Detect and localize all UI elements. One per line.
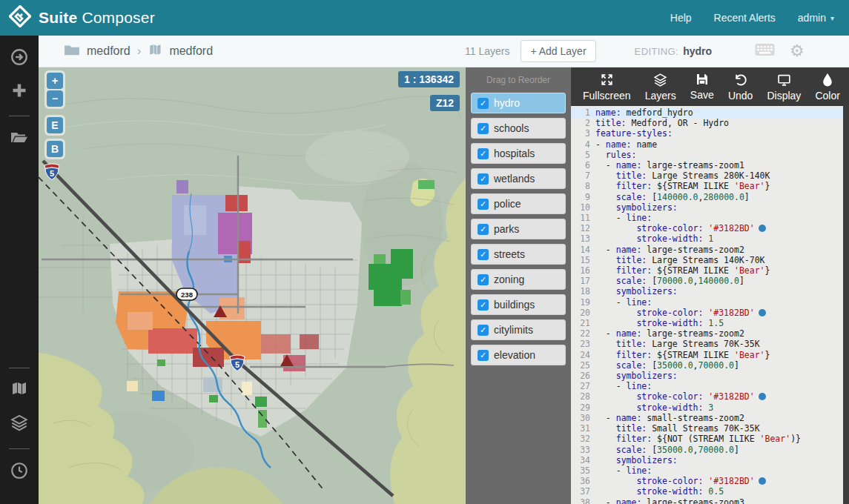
save-button[interactable]: Save (690, 73, 714, 101)
zoom-control: + − (44, 70, 65, 109)
code-line[interactable]: 15 title: Large Streams 140K-70K (571, 255, 849, 265)
code-line[interactable]: 38 - name: large-streams-zoom3 (571, 497, 849, 504)
basemap-button[interactable]: B (47, 141, 63, 157)
layer-visibility-checkbox[interactable]: ✓ (478, 98, 489, 109)
code-line[interactable]: 33 scale: [35000.0,70000.0] (571, 445, 849, 455)
code-line[interactable]: 3feature-styles: (571, 128, 849, 139)
color-swatch[interactable] (759, 309, 766, 316)
code-line[interactable]: 26 symbolizers: (571, 371, 849, 381)
color-swatch[interactable] (759, 393, 766, 400)
layer-visibility-checkbox[interactable]: ✓ (478, 148, 489, 159)
map-icon[interactable] (10, 380, 29, 401)
rail-divider (9, 116, 30, 116)
layer-item-wetlands[interactable]: ✓wetlands (471, 168, 566, 189)
nav-item-admin-menu[interactable]: admin▾ (798, 12, 834, 24)
fullscreen-button[interactable]: Fullscreen (583, 73, 631, 102)
undo-button[interactable]: Undo (728, 73, 753, 102)
layer-item-hospitals[interactable]: ✓hospitals (471, 143, 566, 164)
yaml-code-editor[interactable]: 1name: medford_hydro2title: Medford, OR … (571, 106, 849, 504)
code-line[interactable]: 13 stroke-width: 1 (571, 233, 849, 244)
color-button[interactable]: Color (815, 73, 839, 102)
layer-item-buildings[interactable]: ✓buildings (471, 294, 566, 315)
breadcrumb-project[interactable]: medford (87, 44, 131, 58)
layers-icon[interactable] (10, 413, 29, 435)
code-text: title: Large Streams 70K-35K (595, 339, 760, 349)
layer-item-parks[interactable]: ✓parks (471, 219, 566, 239)
code-line[interactable]: 32 filter: ${NOT (STREAM ILIKE 'Bear')} (571, 434, 849, 444)
layer-visibility-checkbox[interactable]: ✓ (478, 299, 489, 311)
code-line[interactable]: 35 - line: (571, 465, 849, 476)
map-viewport[interactable]: 5 5 238 + (39, 67, 466, 504)
code-line[interactable]: 23 title: Large Streams 70K-35K (571, 339, 849, 349)
code-line[interactable]: 29 stroke-width: 3 (571, 402, 849, 413)
nav-item-help[interactable]: Help (670, 12, 692, 24)
color-swatch[interactable] (759, 477, 766, 485)
code-line[interactable]: 6 - name: large-streams-zoom1 (571, 160, 849, 170)
code-line[interactable]: 7 title: Large Streams 280K-140K (571, 170, 849, 181)
layer-visibility-checkbox[interactable]: ✓ (478, 173, 489, 185)
layer-label: schools (494, 122, 529, 134)
layer-visibility-checkbox[interactable]: ✓ (478, 274, 489, 285)
code-line[interactable]: 37 stroke-width: 0.5 (571, 486, 849, 497)
add-plus-icon[interactable] (10, 82, 28, 102)
code-line[interactable]: 30 - name: small-streams-zoom2 (571, 413, 849, 423)
code-line[interactable]: 8 filter: ${STREAM ILIKE 'Bear'} (571, 181, 849, 191)
layer-visibility-checkbox[interactable]: ✓ (478, 350, 489, 361)
layer-visibility-checkbox[interactable]: ✓ (478, 199, 489, 210)
zoom-in-button[interactable]: + (47, 73, 63, 89)
go-arrow-circle-icon[interactable] (10, 47, 29, 70)
code-line[interactable]: 16 filter: ${STREAM ILIKE 'Bear'} (571, 265, 849, 276)
code-line[interactable]: 19 - line: (571, 297, 849, 308)
code-line[interactable]: 9 scale: [140000.0,280000.0] (571, 192, 849, 202)
code-line[interactable]: 18 symbolizers: (571, 286, 849, 296)
layer-visibility-checkbox[interactable]: ✓ (478, 224, 489, 235)
layer-item-police[interactable]: ✓police (471, 193, 566, 214)
layer-item-schools[interactable]: ✓schools (471, 118, 566, 139)
edit-mode-button[interactable]: E (47, 117, 63, 133)
line-number: 36 (571, 476, 595, 486)
layer-visibility-checkbox[interactable]: ✓ (478, 325, 489, 336)
layer-item-elevation[interactable]: ✓elevation (471, 345, 566, 365)
code-line[interactable]: 21 stroke-width: 1.5 (571, 318, 849, 328)
code-line[interactable]: 14 - name: large-streams-zoom2 (571, 245, 849, 255)
code-line[interactable]: 4- name: name (571, 139, 849, 150)
zoom-out-button[interactable]: − (47, 90, 63, 107)
code-line[interactable]: 27 - line: (571, 381, 849, 391)
map-canvas[interactable]: 5 5 238 (39, 67, 466, 504)
layers-button[interactable]: Layers (645, 73, 676, 102)
keyboard-shortcuts-icon[interactable] (755, 43, 775, 59)
code-line[interactable]: 17 scale: [70000.0,140000.0] (571, 276, 849, 286)
display-button[interactable]: Display (767, 73, 801, 102)
color-swatch[interactable] (759, 225, 766, 232)
code-line[interactable]: 34 symbolizers: (571, 455, 849, 465)
layer-item-zoning[interactable]: ✓zoning (471, 269, 566, 290)
color-droplet-icon (822, 73, 833, 87)
editor-scrollbar[interactable] (843, 106, 849, 504)
code-line[interactable]: 22 - name: large-streams-zoom2 (571, 328, 849, 339)
layer-item-citylimits[interactable]: ✓citylimits (471, 319, 566, 340)
code-line[interactable]: 1name: medford_hydro (571, 107, 849, 118)
nav-item-recent-alerts[interactable]: Recent Alerts (714, 12, 776, 24)
code-line[interactable]: 5 rules: (571, 150, 849, 160)
add-layer-button[interactable]: + Add Layer (521, 40, 595, 62)
history-clock-icon[interactable] (10, 461, 29, 483)
breadcrumb-map[interactable]: medford (169, 44, 213, 58)
layer-item-hydro[interactable]: ✓hydro (471, 93, 566, 113)
brand[interactable]: Suite Composer (9, 5, 155, 30)
layer-visibility-checkbox[interactable]: ✓ (478, 123, 489, 134)
code-line[interactable]: 11 - line: (571, 213, 849, 223)
code-line[interactable]: 2title: Medford, OR - Hydro (571, 118, 849, 128)
layer-item-streets[interactable]: ✓streets (471, 244, 566, 265)
code-line[interactable]: 24 filter: ${STREAM ILIKE 'Bear'} (571, 350, 849, 360)
code-line[interactable]: 31 title: Small Streams 70K-35K (571, 423, 849, 434)
code-line[interactable]: 20 stroke-color: '#3182BD' (571, 308, 849, 318)
layer-visibility-checkbox[interactable]: ✓ (478, 249, 489, 260)
code-line[interactable]: 36 stroke-color: '#3182BD' (571, 476, 849, 486)
code-line[interactable]: 28 stroke-color: '#3182BD' (571, 391, 849, 402)
brand-logo-icon (9, 5, 31, 30)
code-line[interactable]: 25 scale: [35000.0,70000.0] (571, 360, 849, 371)
open-folder-icon[interactable] (10, 128, 29, 149)
settings-gear-icon[interactable]: ⚙ (790, 43, 805, 59)
code-line[interactable]: 12 stroke-color: '#3182BD' (571, 223, 849, 233)
code-line[interactable]: 10 symbolizers: (571, 202, 849, 213)
